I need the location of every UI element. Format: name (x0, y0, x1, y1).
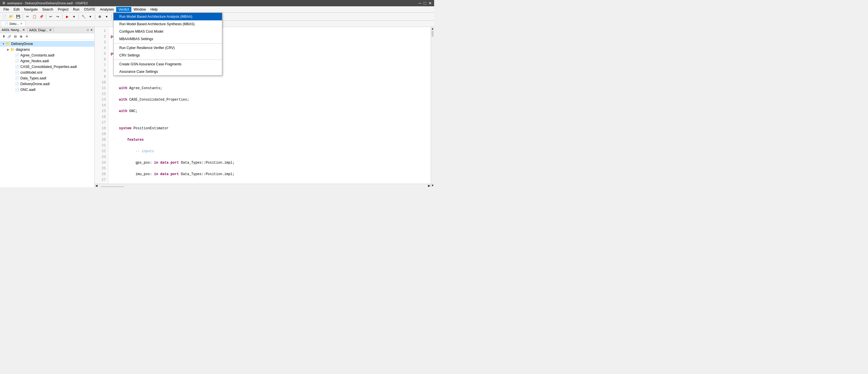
toolbar-save[interactable]: 💾 (15, 13, 21, 20)
menu-item-crv-settings[interactable]: CRV Settings (114, 52, 222, 59)
panel-btn-expand[interactable]: ⊕ (18, 34, 24, 39)
tree-toggle-diagrams[interactable]: ▶ (6, 47, 10, 52)
scroll-right-arrow[interactable]: ▶ (427, 184, 431, 188)
left-panel-toolbar: ⬆ 🔗 ⊟ ⊕ ✕ (0, 33, 94, 40)
toolbar-sep-1 (23, 14, 23, 19)
menu-osate[interactable]: OSATE (82, 7, 98, 12)
editor-tab-close[interactable]: ✕ (20, 22, 22, 25)
tree-file-icon-data-types: 📄 (15, 76, 19, 80)
menu-item-create-gsn[interactable]: Create GSN Assurance Case Fragments (114, 61, 222, 68)
tree-file-icon-gnc: 📄 (15, 88, 19, 92)
panel-minimize[interactable]: □ (87, 28, 89, 32)
menu-item-assurance-case-settings[interactable]: Assurance Case Settings (114, 68, 222, 75)
editor-tab-label: Deliv... (9, 22, 19, 26)
tree-item-data-types[interactable]: ▶ 📄 Data_Types.aadl (0, 75, 94, 81)
scroll-thumb[interactable] (432, 31, 434, 37)
left-panel-tab-navigator[interactable]: AADL Navig... ✕ (2, 28, 25, 32)
tree-item-deliverydrone-aadl[interactable]: ▶ 📄 DeliveryDrone.aadl (0, 81, 94, 87)
tree-file-icon-agree-nodes: 📄 (15, 59, 19, 63)
tree-file-icon-agree-constants: 📄 (15, 53, 19, 57)
tree-label-diagrams: diagrams (16, 47, 30, 52)
toolbar-sep-3 (62, 14, 63, 19)
scroll-left-arrow[interactable]: ◀ (95, 184, 98, 188)
horizontal-scroll-thumb[interactable] (101, 186, 124, 188)
scroll-down-arrow[interactable]: ▼ (431, 184, 434, 187)
title-bar: ⚙ workspace - DeliveryDrone/DeliveryDron… (0, 0, 434, 6)
vertical-scrollbar[interactable]: ▲ ▼ (431, 27, 434, 187)
tree-item-gnc[interactable]: ▶ 📄 GNC.aadl (0, 87, 94, 93)
tree-label-data-types: Data_Types.aadl (20, 76, 46, 80)
menu-sep-2 (114, 60, 222, 60)
toolbar-btn-9[interactable]: ▾ (103, 13, 110, 20)
toolbar-btn-4[interactable]: ↩ (48, 13, 54, 20)
tree-label-costmodel: costModel.xml (20, 70, 42, 74)
tree-label-case-props: CASE_Consolidated_Properties.aadl (20, 65, 77, 69)
menu-file[interactable]: File (1, 7, 11, 12)
menu-item-run-mbas[interactable]: Run Model Based Architecture Synthesis (… (114, 20, 222, 28)
menu-item-mbaa-settings[interactable]: MBAA/MBAS Settings (114, 35, 222, 43)
toolbar-btn-6[interactable]: 🔧 (80, 13, 87, 20)
tree-label-deliverydrone: DeliveryDrone (11, 42, 33, 46)
tree-label-gnc: GNC.aadl (20, 88, 36, 92)
line-numbers: 1 2 3 4 5 6 7 8 9 10 11 12 13 14 15 16 1 (95, 27, 108, 184)
tree-item-agree-nodes[interactable]: ▶ 📄 Agree_Nodes.aadl (0, 58, 94, 64)
menu-item-configure-mbas[interactable]: Configure MBAS Cost Model (114, 28, 222, 35)
menu-edit[interactable]: Edit (11, 7, 22, 12)
minimize-button[interactable]: ─ (418, 1, 422, 5)
tree-item-deliverydrone[interactable]: ▼ 📁 DeliveryDrone (0, 41, 94, 47)
toolbar-btn-8[interactable]: ⊕ (97, 13, 103, 20)
tree-item-diagrams[interactable]: ▶ 📁 diagrams (0, 47, 94, 53)
tree-folder-icon: 📁 (6, 42, 10, 46)
menu-bar: File Edit Navigate Search Project Run OS… (0, 6, 434, 12)
left-panel-tab-diagram[interactable]: AADL Diagr... ✕ (27, 28, 54, 32)
tree-item-case-props[interactable]: ▶ 📄 CASE_Consolidated_Properties.aadl (0, 64, 94, 70)
left-panel-header: AADL Navig... ✕ AADL Diagr... ✕ □ ✕ (0, 27, 94, 33)
panel-maximize[interactable]: ✕ (90, 28, 93, 32)
menu-navigate[interactable]: Navigate (22, 7, 40, 12)
panel-btn-close[interactable]: ✕ (24, 34, 29, 39)
menu-verdict[interactable]: Verdict (116, 7, 131, 12)
close-button[interactable]: ✕ (428, 1, 432, 5)
tree-item-costmodel[interactable]: ▶ 📄 costModel.xml (0, 70, 94, 75)
menu-project[interactable]: Project (55, 7, 70, 12)
panel-btn-filter[interactable]: ⊟ (12, 34, 18, 39)
tree-folder-icon-diagrams: 📁 (10, 47, 14, 52)
toolbar-run[interactable]: ▶ (64, 13, 70, 20)
menu-search[interactable]: Search (40, 7, 55, 12)
app-icon: ⚙ (2, 1, 5, 5)
scroll-up-arrow[interactable]: ▲ (431, 27, 434, 30)
scroll-track (431, 37, 434, 184)
toolbar-btn-7[interactable]: ▾ (87, 13, 93, 20)
toolbar-sep-5 (95, 14, 95, 19)
menu-analyses[interactable]: Analyses (98, 7, 117, 12)
menu-run[interactable]: Run (71, 7, 82, 12)
window-title: workspace - DeliveryDrone/DeliveryDrone.… (7, 1, 88, 5)
toolbar-btn-5[interactable]: ↪ (55, 13, 61, 20)
tree-label-agree-constants: Agree_Constants.aadl (20, 53, 55, 57)
panel-btn-collapse[interactable]: ⬆ (1, 34, 6, 39)
tree-label-agree-nodes: Agree_Nodes.aadl (20, 59, 49, 63)
menu-window[interactable]: Window (131, 7, 148, 12)
tree-file-icon-costmodel: 📄 (15, 70, 19, 74)
panel-btn-link[interactable]: 🔗 (7, 34, 12, 39)
verdict-dropdown-menu: Run Model Based Architecture Analysis (M… (113, 12, 222, 76)
menu-help[interactable]: Help (148, 7, 160, 12)
editor-tab-deliverydrone[interactable]: 📄 Deliv... ✕ (1, 21, 26, 27)
toolbar-new[interactable]: 📄 (1, 13, 7, 20)
horizontal-scrollbar[interactable]: ◀ ▶ (95, 184, 431, 187)
aadl-navigator-tree: ▼ 📁 DeliveryDrone ▶ 📁 diagrams ▶ 📄 Agree… (0, 40, 94, 187)
menu-item-run-mbaa[interactable]: Run Model Based Architecture Analysis (M… (114, 13, 222, 20)
toolbar-sep-4 (79, 14, 79, 19)
toolbar-run-dropdown[interactable]: ▾ (71, 13, 77, 20)
toolbar-sep-2 (46, 14, 46, 19)
maximize-button[interactable]: □ (424, 1, 426, 5)
toolbar-open[interactable]: 📂 (8, 13, 14, 20)
toolbar-btn-2[interactable]: 📋 (31, 13, 37, 20)
toolbar-btn-3[interactable]: 📌 (38, 13, 44, 20)
tree-item-agree-constants[interactable]: ▶ 📄 Agree_Constants.aadl (0, 53, 94, 58)
menu-item-run-crv[interactable]: Run Cyber Resilience Verifier (CRV) (114, 44, 222, 52)
toolbar-btn-1[interactable]: ✂ (24, 13, 31, 20)
tree-toggle-deliverydrone[interactable]: ▼ (1, 41, 6, 46)
toolbar-sep-6 (111, 14, 112, 19)
tree-file-icon-deliverydrone: 📄 (15, 82, 19, 86)
